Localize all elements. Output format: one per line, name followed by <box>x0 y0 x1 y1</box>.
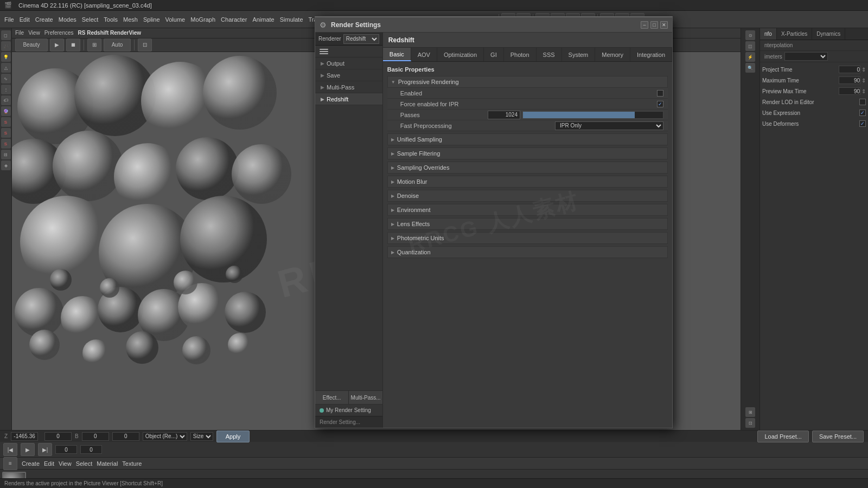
viewport-auto-btn[interactable]: Auto <box>104 38 131 52</box>
menu-mograph[interactable]: MoGraph <box>188 16 218 23</box>
viewport-file-menu[interactable]: File <box>15 30 24 36</box>
nav-item-save[interactable]: ▶ Save <box>315 69 382 81</box>
nav-item-output[interactable]: ▶ Output <box>315 57 382 69</box>
right-tab-nfo[interactable]: nfo <box>760 28 777 40</box>
menu-simulate[interactable]: Simulate <box>278 16 305 23</box>
dialog-maximize-btn[interactable]: □ <box>650 21 658 29</box>
size-dropdown[interactable]: Size <box>190 432 213 441</box>
my-render-setting-item[interactable]: My Render Setting <box>315 404 382 416</box>
bottom-texture-menu[interactable]: Texture <box>122 460 142 467</box>
group-photometric-units-header[interactable]: ▶ Photometric Units <box>387 232 668 244</box>
load-preset-button[interactable]: Load Preset... <box>757 431 809 442</box>
z-coord-input[interactable] <box>11 432 38 441</box>
group-sample-filtering-header[interactable]: ▶ Sample Filtering <box>387 147 668 159</box>
prop-enabled-checkbox[interactable] <box>657 90 663 97</box>
rv-icon-2[interactable]: ◫ <box>745 41 755 51</box>
max-time-input[interactable] <box>839 76 860 84</box>
menu-create[interactable]: Create <box>33 16 55 23</box>
group-progressive-header[interactable]: ▼ Progressive Rendering <box>387 76 668 88</box>
use-expression-checkbox[interactable] <box>859 110 866 116</box>
timeline-play-btn[interactable]: ▶ <box>21 443 35 456</box>
bottom-view-menu[interactable]: View <box>59 460 72 467</box>
rs-tab-basic[interactable]: Basic <box>383 48 411 61</box>
menu-volume[interactable]: Volume <box>163 16 188 23</box>
sidebar-nurbs-icon[interactable]: ∿ <box>1 74 11 84</box>
rv-icon-1[interactable]: ⊙ <box>745 30 755 40</box>
prop-fast-preprocessing-select[interactable]: IPR Only Always Never <box>555 121 663 130</box>
group-motion-blur-header[interactable]: ▶ Motion Blur <box>387 176 668 188</box>
extra-coord-input[interactable] <box>112 432 139 441</box>
bottom-select-menu[interactable]: Select <box>76 460 93 467</box>
b-coord-input[interactable] <box>82 432 109 441</box>
menu-mesh[interactable]: Mesh <box>121 16 140 23</box>
dialog-close-btn[interactable]: ✕ <box>660 21 668 29</box>
apply-button[interactable]: Apply <box>216 431 250 442</box>
rv-icon-3[interactable]: ⚡ <box>745 52 755 62</box>
sidebar-tag-icon[interactable]: 🏷 <box>1 95 11 105</box>
params-dropdown[interactable] <box>784 52 828 61</box>
timeline-frame-input[interactable] <box>55 445 77 454</box>
multi-pass-button[interactable]: Multi-Pass... <box>349 391 382 404</box>
group-environment-header[interactable]: ▶ Environment <box>387 204 668 216</box>
rs-tab-system[interactable]: System <box>562 48 596 61</box>
menu-edit[interactable]: Edit <box>17 16 32 23</box>
sidebar-script-icon[interactable]: ◈ <box>1 160 11 170</box>
object-dropdown[interactable]: Object (Re...) <box>143 432 187 441</box>
menu-select[interactable]: Select <box>80 16 101 23</box>
viewport-playback-btn[interactable]: ▶ <box>50 38 64 52</box>
menu-modes[interactable]: Modes <box>56 16 79 23</box>
viewport-preferences-menu[interactable]: Preferences <box>44 30 74 36</box>
menu-tools[interactable]: Tools <box>101 16 120 23</box>
right-tab-dynamics[interactable]: Dynamics <box>812 28 845 40</box>
bottom-edit-menu[interactable]: Edit <box>44 460 54 467</box>
sidebar-poly-icon[interactable]: △ <box>1 63 11 73</box>
group-denoise-header[interactable]: ▶ Denoise <box>387 190 668 202</box>
bottom-material-menu[interactable]: Material <box>97 460 118 467</box>
menu-animate[interactable]: Animate <box>250 16 276 23</box>
viewport-zoom-fit-btn[interactable]: ⊡ <box>138 38 152 52</box>
prop-force-ipr-checkbox[interactable] <box>657 101 663 107</box>
sidebar-deformer-icon[interactable]: ⋮ <box>1 85 11 94</box>
group-sampling-overrides-header[interactable]: ▶ Sampling Overrides <box>387 162 668 174</box>
dialog-minimize-btn[interactable]: – <box>641 21 648 29</box>
x-coord-input[interactable] <box>44 432 72 441</box>
group-lens-effects-header[interactable]: ▶ Lens Effects <box>387 218 668 230</box>
sidebar-light-icon[interactable]: 💡 <box>1 52 11 62</box>
rs-tab-memory[interactable]: Memory <box>595 48 630 61</box>
nav-item-multipass[interactable]: ▶ Multi-Pass <box>315 81 382 93</box>
menu-character[interactable]: Character <box>219 16 249 23</box>
menu-spline[interactable]: Spline <box>141 16 162 23</box>
group-quantization-header[interactable]: ▶ Quantization <box>387 246 668 258</box>
prop-passes-slider[interactable] <box>522 111 663 119</box>
preview-max-time-input[interactable] <box>839 87 860 95</box>
rs-tab-optimization[interactable]: Optimization <box>437 48 484 61</box>
sidebar-rs-icon[interactable]: S <box>1 117 11 127</box>
rs-tab-gi[interactable]: GI <box>484 48 504 61</box>
rv-icon-4[interactable]: 🔍 <box>745 63 755 73</box>
rv-icon-6[interactable]: ⊡ <box>745 418 755 428</box>
sidebar-rs2-icon[interactable]: S <box>1 128 11 138</box>
sidebar-material-icon[interactable]: 🔮 <box>1 106 11 116</box>
timeline-next-btn[interactable]: ▶| <box>38 443 52 456</box>
viewport-beauty-btn[interactable]: Beauty <box>15 38 48 52</box>
renderer-select[interactable]: Redshift <box>343 34 379 44</box>
effect-button[interactable]: Effect... <box>315 391 349 404</box>
sidebar-layers-icon[interactable]: ⊟ <box>1 150 11 159</box>
use-deformers-checkbox[interactable] <box>859 120 866 127</box>
sidebar-camera-icon[interactable]: 🎥 <box>1 41 11 51</box>
rs-tab-sss[interactable]: SSS <box>537 48 562 61</box>
project-time-input[interactable] <box>839 66 860 73</box>
sidebar-object-icon[interactable]: ◻ <box>1 30 11 40</box>
viewport-grid-btn[interactable]: ⊞ <box>87 38 101 52</box>
viewport-view-menu[interactable]: View <box>28 30 40 36</box>
viewport-stop-btn[interactable]: ⏹ <box>66 38 80 52</box>
sidebar-rs3-icon[interactable]: S <box>1 139 11 149</box>
rs-tab-aov[interactable]: AOV <box>411 48 437 61</box>
render-lod-checkbox[interactable] <box>859 99 866 105</box>
bottom-create-menu[interactable]: Create <box>22 460 40 467</box>
menu-file[interactable]: File <box>2 16 16 23</box>
timeline-prev-btn[interactable]: |◀ <box>3 443 17 456</box>
timeline-time-input[interactable] <box>80 445 102 454</box>
rs-tab-integration[interactable]: Integration <box>630 48 672 61</box>
rs-tab-photon[interactable]: Photon <box>504 48 537 61</box>
